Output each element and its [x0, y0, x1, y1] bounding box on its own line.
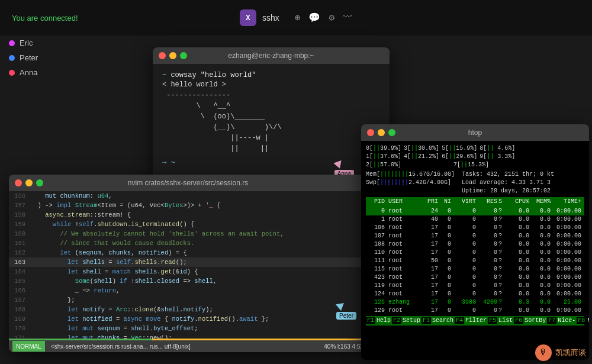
user-name-eric: Eric	[20, 38, 33, 47]
cowsay-traffic-lights	[159, 52, 187, 59]
code-line-163: 163 let shells = self.shells.read();	[9, 257, 367, 267]
code-title: nvim crates/sshx-server/src/session.rs	[128, 179, 248, 187]
code-tl-green[interactable]	[36, 179, 43, 186]
htop-process-row: 107 root 17 0 0 0 ? 0.0 0.0 0:00.00	[366, 232, 584, 240]
cowsay-prompt: ~ cowsay "hello world"	[162, 71, 380, 79]
user-anna: Anna	[9, 68, 38, 77]
htop-terminal: htop 0[||39.9%] 3[||30.0%] 5[||15.9%] 8[…	[361, 124, 589, 360]
cowsay-titlebar: ezhang@eric-zhang-mbp:~	[153, 47, 390, 64]
statusbar-mode: NORMAL	[12, 341, 45, 352]
code-line-162: 162 let (seqnum, chunks, notified) = {	[9, 248, 367, 257]
add-icon[interactable]: ⊕	[295, 12, 301, 24]
cowsay-output: < hello world > --------------- \ ^__^ \…	[162, 79, 380, 154]
user-eric: Eric	[9, 38, 38, 47]
code-line-157: 157 ) -> impl Stream<Item = (u64, Vec<By…	[9, 201, 367, 210]
statusbar-pos: 40% l:163 4:52	[324, 343, 363, 350]
code-tl-red[interactable]	[15, 179, 22, 186]
anna-cursor-arrow	[333, 160, 343, 170]
tl-yellow[interactable]	[169, 52, 176, 59]
htop-process-row: 126 ezhang 17 0 398G 4200 ? 0.3 0.0 25.0…	[366, 298, 584, 307]
htop-title: htop	[468, 128, 482, 137]
code-statusbar: NORMAL <shx-server/src/session.rs rust-a…	[9, 339, 367, 352]
htop-process-row: 124 root 17 0 0 0 ? 0.0 0.0 0:00.00	[366, 290, 584, 298]
htop-processes: 0 root 24 0 0 0 ? 0.0 0.0 0:00.00 1 root…	[366, 207, 584, 315]
wifi-icon: 〰	[343, 12, 352, 24]
code-titlebar: nvim crates/sshx-server/src/session.rs	[9, 175, 367, 191]
code-terminal: nvim crates/sshx-server/src/session.rs 1…	[9, 175, 367, 352]
htop-cpu-row2: 1[||37.6%] 4[||21.2%] 6[||29.6%] 9[|| 3.…	[366, 153, 584, 161]
htop-memswp: Mem[||||||||15.67G/16.0G] Swp[||||||||2.…	[366, 170, 584, 195]
top-icons: ⊕ 💬 ⚙ 〰	[295, 12, 352, 24]
htop-process-row: 106 root 17 0 0 0 ? 0.0 0.0 0:00.00	[366, 224, 584, 232]
code-line-156: 156 mut chunknum: u64,	[9, 191, 367, 201]
chat-icon[interactable]: 💬	[308, 12, 320, 24]
code-line-161: 161 // since that would cause deadlocks.	[9, 239, 367, 248]
app-name: sshx	[262, 13, 279, 22]
htop-tl-red[interactable]	[367, 129, 374, 136]
code-body[interactable]: 156 mut chunknum: u64, 157 ) -> impl Str…	[9, 191, 367, 352]
top-bar: You are connected! X sshx ⊕ 💬 ⚙ 〰	[0, 0, 592, 36]
htop-traffic-lights	[367, 129, 395, 136]
htop-process-row: 110 root 17 0 0 0 ? 0.0 0.0 0:00.00	[366, 249, 584, 257]
statusbar-row: NORMAL <shx-server/src/session.rs rust-a…	[9, 340, 367, 352]
code-line-168: 168 let notify = Arc::clone(&shell.notif…	[9, 305, 367, 314]
code-line-170: 170 let mut seqnum = shell.byte_offset;	[9, 324, 367, 333]
statusbar-file: <shx-server/src/session.rs rust-ana... r…	[51, 343, 191, 350]
code-lines: 156 mut chunknum: u64, 157 ) -> impl Str…	[9, 191, 367, 352]
htop-bottom-bar[interactable]: F1Help F2Setup F3Search F4Filter F5List …	[366, 316, 584, 326]
code-line-167: 167 };	[9, 295, 367, 305]
watermark-text: 凯凯而谈	[555, 347, 586, 358]
user-name-anna: Anna	[20, 68, 37, 77]
htop-tl-yellow[interactable]	[378, 129, 385, 136]
code-line-166: 166 _ => return,	[9, 286, 367, 295]
user-name-peter: Peter	[20, 53, 38, 62]
user-peter: Peter	[9, 53, 38, 62]
code-line-165: 165 Some(shell) if !shell.closed => shel…	[9, 276, 367, 286]
cowsay-terminal: ezhang@eric-zhang-mbp:~ ~ cowsay "hello …	[153, 47, 390, 194]
htop-process-row: 129 root 17 0 0 0 ? 0.0 0.0 0:00.00	[366, 307, 584, 315]
htop-process-row: 111 root 50 0 0 0 ? 0.0 0.0 0:00.00	[366, 257, 584, 265]
code-tl-yellow[interactable]	[25, 179, 33, 186]
code-line-159: 159 while !self.shutdown.is_terminated()…	[9, 220, 367, 229]
htop-process-row: 0 root 24 0 0 0 ? 0.0 0.0 0:00.00	[366, 207, 584, 215]
settings-icon[interactable]: ⚙	[329, 12, 334, 24]
user-dot-eric	[9, 40, 15, 46]
htop-process-row: 423 root 17 0 0 0 ? 0.0 0.0 0:00.00	[366, 273, 584, 282]
htop-process-row: 115 root 17 0 0 0 ? 0.0 0.0 0:00.00	[366, 265, 584, 273]
htop-process-row: 119 root 17 0 0 0 ? 0.0 0.0 0:00.00	[366, 282, 584, 290]
watermark-logo: 🎙	[535, 344, 552, 361]
htop-process-row: 1 root 40 0 0 0 ? 0.0 0.0 0:00.00	[366, 215, 584, 224]
code-line-158: 158 async_stream::stream! {	[9, 210, 367, 220]
tl-red[interactable]	[159, 52, 166, 59]
code-traffic-lights	[15, 179, 43, 186]
peter-cursor-arrow	[336, 303, 345, 311]
code-line-169: 169 let notified = async move { notify.n…	[9, 314, 367, 324]
watermark: 🎙 凯凯而谈	[535, 344, 586, 361]
app-icon: X	[240, 9, 256, 26]
user-dot-peter	[9, 55, 15, 61]
htop-table-header: PID USER PRI NI VIRT RES S CPU% MEM% TIM…	[366, 197, 584, 207]
code-line-160: 160 // We absolutely cannot hold 'shells…	[9, 229, 367, 239]
htop-cpu-row3: 2[||57.0%] 7[||15.3%]	[366, 161, 584, 169]
peter-cursor-label: Peter	[336, 312, 356, 320]
cowsay-title: ezhang@eric-zhang-mbp:~	[228, 51, 314, 60]
code-line-164: 164 let shell = match shells.get(&id) {	[9, 267, 367, 276]
htop-process-row: 108 root 17 0 0 0 ? 0.0 0.0 0:00.00	[366, 240, 584, 249]
htop-cpu-row1: 0[||39.9%] 3[||30.0%] 5[||15.9%] 8[|| 4.…	[366, 144, 584, 153]
htop-tl-green[interactable]	[388, 129, 395, 136]
users-panel: Eric Peter Anna	[9, 38, 38, 77]
htop-body[interactable]: 0[||39.9%] 3[||30.0%] 5[||15.9%] 8[|| 4.…	[361, 141, 589, 360]
htop-titlebar: htop	[361, 124, 589, 141]
connected-status: You are connected!	[12, 14, 78, 22]
peter-cursor: Peter	[336, 304, 356, 320]
user-dot-anna	[9, 70, 15, 76]
app-title-area: X sshx ⊕ 💬 ⚙ 〰	[240, 9, 352, 26]
tl-green[interactable]	[180, 52, 187, 59]
